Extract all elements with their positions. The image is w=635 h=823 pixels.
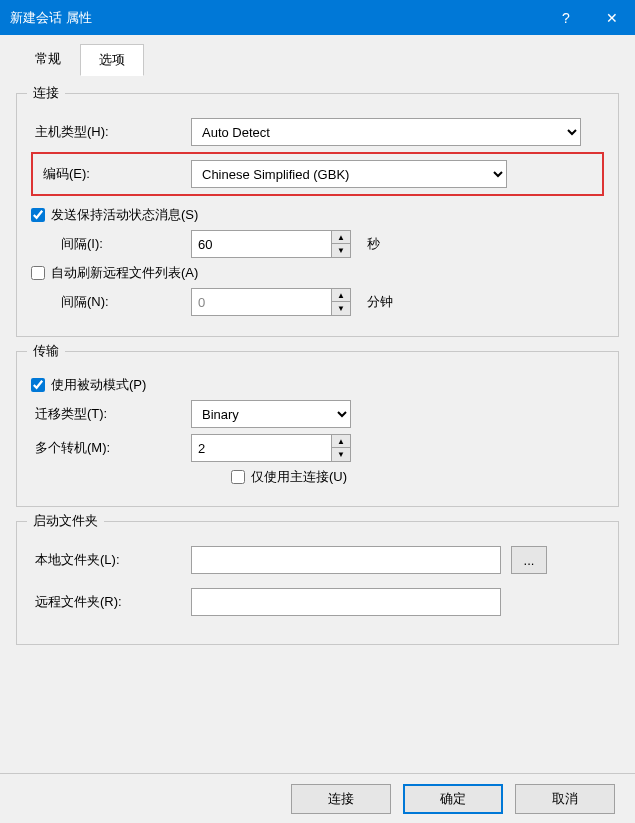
group-connection: 连接 主机类型(H): Auto Detect 编码(E): Chinese S… [16,93,619,337]
keepalive-checkbox[interactable]: 发送保持活动状态消息(S) [31,206,198,224]
ok-button[interactable]: 确定 [403,784,503,814]
passive-checkbox[interactable]: 使用被动模式(P) [31,376,146,394]
host-type-select[interactable]: Auto Detect [191,118,581,146]
connect-button[interactable]: 连接 [291,784,391,814]
tab-options[interactable]: 选项 [80,44,144,76]
tab-content: 连接 主机类型(H): Auto Detect 编码(E): Chinese S… [0,75,635,773]
keepalive-interval-label: 间隔(I): [31,235,191,253]
spinner-down-icon: ▼ [332,302,350,315]
transfer-type-label: 迁移类型(T): [31,405,191,423]
main-only-checkbox-input[interactable] [231,470,245,484]
dialog-footer: 连接 确定 取消 [0,773,635,823]
multi-label: 多个转机(M): [31,439,191,457]
keepalive-unit: 秒 [367,235,380,253]
autorefresh-interval-input [191,288,331,316]
cancel-button[interactable]: 取消 [515,784,615,814]
spinner-up-icon[interactable]: ▲ [332,231,350,244]
spinner-down-icon[interactable]: ▼ [332,448,350,461]
local-folder-label: 本地文件夹(L): [31,551,191,569]
group-connection-legend: 连接 [27,84,65,102]
local-folder-input[interactable] [191,546,501,574]
host-type-label: 主机类型(H): [31,123,191,141]
passive-checkbox-label: 使用被动模式(P) [51,376,146,394]
autorefresh-checkbox-input[interactable] [31,266,45,280]
spinner-up-icon[interactable]: ▲ [332,435,350,448]
autorefresh-interval-label: 间隔(N): [31,293,191,311]
multi-spinner[interactable]: ▲ ▼ [191,434,351,462]
main-only-checkbox-label: 仅使用主连接(U) [251,468,347,486]
keepalive-checkbox-label: 发送保持活动状态消息(S) [51,206,198,224]
keepalive-interval-spinner[interactable]: ▲ ▼ [191,230,351,258]
keepalive-interval-input[interactable] [191,230,331,258]
keepalive-checkbox-input[interactable] [31,208,45,222]
autorefresh-interval-spinner: ▲ ▼ [191,288,351,316]
transfer-type-select[interactable]: Binary [191,400,351,428]
group-transfer: 传输 使用被动模式(P) 迁移类型(T): Binary 多个转机(M): [16,351,619,507]
browse-local-button[interactable]: ... [511,546,547,574]
encoding-select[interactable]: Chinese Simplified (GBK) [191,160,507,188]
encoding-label: 编码(E): [39,165,191,183]
group-startup: 启动文件夹 本地文件夹(L): ... 远程文件夹(R): [16,521,619,645]
tab-bar: 常规 选项 [0,35,635,75]
autorefresh-unit: 分钟 [367,293,393,311]
main-only-checkbox[interactable]: 仅使用主连接(U) [231,468,347,486]
close-button[interactable]: ✕ [589,0,635,35]
tab-general[interactable]: 常规 [16,43,80,75]
multi-input[interactable] [191,434,331,462]
spinner-up-icon: ▲ [332,289,350,302]
passive-checkbox-input[interactable] [31,378,45,392]
title-bar: 新建会话 属性 ? ✕ [0,0,635,35]
group-transfer-legend: 传输 [27,342,65,360]
window-title: 新建会话 属性 [10,9,543,27]
spinner-down-icon[interactable]: ▼ [332,244,350,257]
autorefresh-checkbox[interactable]: 自动刷新远程文件列表(A) [31,264,198,282]
help-button[interactable]: ? [543,0,589,35]
remote-folder-label: 远程文件夹(R): [31,593,191,611]
autorefresh-checkbox-label: 自动刷新远程文件列表(A) [51,264,198,282]
remote-folder-input[interactable] [191,588,501,616]
encoding-highlight: 编码(E): Chinese Simplified (GBK) [31,152,604,196]
group-startup-legend: 启动文件夹 [27,512,104,530]
